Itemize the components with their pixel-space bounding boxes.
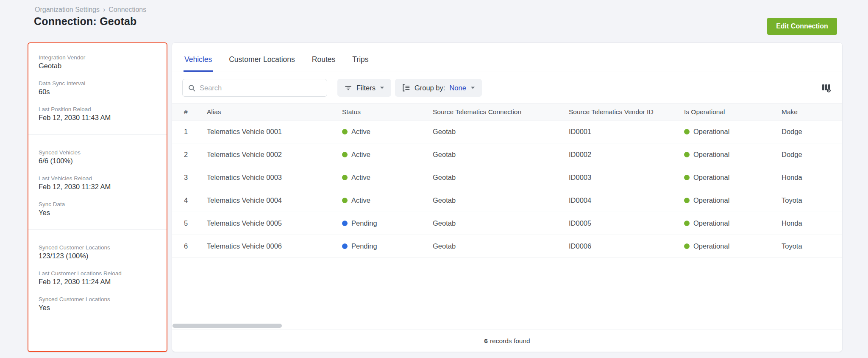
cell-status: Active	[342, 196, 433, 204]
field-label: Synced Vehicles	[39, 149, 158, 156]
records-count: 6	[484, 337, 488, 345]
field-label: Sync Data	[39, 201, 158, 207]
summary-section-vehicles: Synced Vehicles 6/6 (100%) Last Vehicles…	[28, 134, 167, 229]
operational-label: Operational	[693, 173, 729, 182]
cell-number: 4	[184, 196, 207, 204]
field-value: Yes	[39, 209, 158, 217]
tab-bar: Vehicles Customer Locations Routes Trips	[172, 43, 842, 72]
table-row[interactable]: 4 Telematics Vehicle 0004 Active Geotab …	[172, 189, 842, 212]
table-row[interactable]: 6 Telematics Vehicle 0006 Pending Geotab…	[172, 235, 842, 258]
cell-is-operational: Operational	[684, 128, 782, 136]
table-row[interactable]: 1 Telematics Vehicle 0001 Active Geotab …	[172, 120, 842, 143]
status-dot-icon	[342, 152, 348, 157]
connection-detail-panel: Vehicles Customer Locations Routes Trips…	[172, 42, 843, 352]
field-last-vehicles-reload: Last Vehicles Reload Feb 12, 2030 11:32 …	[39, 175, 158, 191]
table-body: 1 Telematics Vehicle 0001 Active Geotab …	[172, 120, 842, 330]
cell-make: Toyota	[782, 196, 842, 204]
cell-status: Pending	[342, 219, 433, 227]
filters-button[interactable]: Filters	[337, 79, 391, 97]
column-header-source-telematics-vendor-id[interactable]: Source Telematics Vendor ID	[569, 108, 684, 116]
column-header-source-telematics-connection[interactable]: Source Telematics Connection	[433, 108, 569, 116]
table-header-row: # Alias Status Source Telematics Connect…	[172, 103, 842, 120]
column-header-status[interactable]: Status	[342, 108, 433, 116]
column-header-number[interactable]: #	[184, 108, 207, 116]
cell-alias: Telematics Vehicle 0006	[207, 242, 342, 250]
filter-icon	[344, 84, 352, 92]
table-row[interactable]: 5 Telematics Vehicle 0005 Pending Geotab…	[172, 212, 842, 235]
tab-customer-locations[interactable]: Customer Locations	[228, 55, 296, 72]
breadcrumb-link-connections[interactable]: Connections	[108, 6, 146, 14]
cell-make: Dodge	[782, 151, 842, 159]
operational-dot-icon	[684, 152, 690, 157]
field-value: Geotab	[39, 62, 158, 70]
cell-vendor-id: ID0005	[569, 219, 684, 227]
cell-make: Honda	[782, 173, 842, 182]
tab-vehicles[interactable]: Vehicles	[184, 55, 213, 72]
cell-is-operational: Operational	[684, 151, 782, 159]
table-row[interactable]: 3 Telematics Vehicle 0003 Active Geotab …	[172, 166, 842, 189]
group-by-button[interactable]: Group by: None	[395, 79, 482, 97]
cell-status: Pending	[342, 242, 433, 250]
operational-label: Operational	[693, 219, 729, 227]
cell-number: 5	[184, 219, 207, 227]
cell-source-connection: Geotab	[433, 219, 569, 227]
field-value: Feb 12, 2030 11:24 AM	[39, 278, 158, 286]
field-value: 123/123 (100%)	[39, 252, 158, 260]
field-label: Last Customer Locations Reload	[39, 270, 158, 277]
tab-routes[interactable]: Routes	[311, 55, 336, 72]
filters-label: Filters	[356, 84, 376, 92]
field-label: Synced Customer Locations	[39, 296, 158, 302]
connection-summary-panel: Integration Vendor Geotab Data Sync Inte…	[28, 42, 167, 352]
cell-make: Toyota	[782, 242, 842, 250]
table-row[interactable]: 2 Telematics Vehicle 0002 Active Geotab …	[172, 143, 842, 166]
search-input[interactable]	[200, 84, 322, 92]
breadcrumb-separator: ›	[103, 6, 105, 14]
column-settings-button[interactable]	[821, 82, 832, 94]
status-label: Active	[351, 173, 370, 182]
horizontal-scrollbar[interactable]	[172, 324, 282, 328]
operational-label: Operational	[693, 196, 729, 204]
cell-alias: Telematics Vehicle 0005	[207, 219, 342, 227]
cell-status: Active	[342, 151, 433, 159]
cell-alias: Telematics Vehicle 0002	[207, 151, 342, 159]
operational-dot-icon	[684, 221, 690, 226]
group-by-value: None	[449, 84, 466, 92]
cell-vendor-id: ID0002	[569, 151, 684, 159]
edit-connection-button[interactable]: Edit Connection	[767, 18, 837, 35]
field-sync-customer-locations: Synced Customer Locations Yes	[39, 296, 158, 312]
status-dot-icon	[342, 243, 348, 249]
chevron-down-icon	[380, 86, 384, 90]
breadcrumb: Organization Settings › Connections	[35, 6, 146, 14]
column-header-is-operational[interactable]: Is Operational	[684, 108, 782, 116]
table-toolbar: Filters Group by: None	[172, 72, 842, 103]
operational-label: Operational	[693, 151, 729, 159]
status-label: Pending	[351, 219, 377, 227]
field-label: Last Vehicles Reload	[39, 175, 158, 182]
column-settings-icon	[821, 82, 832, 94]
column-header-make[interactable]: Make	[782, 108, 842, 116]
cell-alias: Telematics Vehicle 0001	[207, 128, 342, 136]
breadcrumb-link-organization-settings[interactable]: Organization Settings	[35, 6, 100, 14]
cell-is-operational: Operational	[684, 196, 782, 204]
field-value: 60s	[39, 88, 158, 96]
field-value: Yes	[39, 304, 158, 312]
page-title: Connection: Geotab	[34, 15, 136, 28]
cell-source-connection: Geotab	[433, 173, 569, 182]
search-box[interactable]	[182, 79, 327, 97]
cell-make: Dodge	[782, 128, 842, 136]
cell-source-connection: Geotab	[433, 128, 569, 136]
status-dot-icon	[342, 129, 348, 134]
cell-status: Active	[342, 173, 433, 182]
tab-trips[interactable]: Trips	[351, 55, 369, 72]
status-dot-icon	[342, 198, 348, 203]
field-synced-customer-locations: Synced Customer Locations 123/123 (100%)	[39, 244, 158, 260]
cell-number: 6	[184, 242, 207, 250]
column-header-alias[interactable]: Alias	[207, 108, 342, 116]
operational-dot-icon	[684, 129, 690, 134]
cell-vendor-id: ID0003	[569, 173, 684, 182]
operational-label: Operational	[693, 128, 729, 136]
cell-vendor-id: ID0001	[569, 128, 684, 136]
field-value: 6/6 (100%)	[39, 157, 158, 165]
field-data-sync-interval: Data Sync Interval 60s	[39, 80, 158, 96]
cell-status: Active	[342, 128, 433, 136]
